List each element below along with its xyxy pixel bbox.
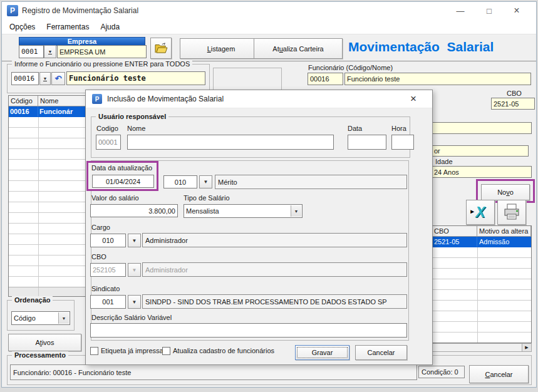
tipo-label: Tipo de Salário — [184, 194, 230, 202]
empresa-name-field[interactable]: EMPRESA UM — [57, 45, 147, 58]
descricao-label: Descrição Salário Variável — [91, 314, 172, 321]
background-yellow-field — [432, 122, 532, 134]
nome-label: Nome — [127, 125, 145, 132]
cbo-label: CBO — [91, 253, 106, 260]
atualiza-carteira-button[interactable]: Atualiza Carteira — [254, 38, 343, 59]
undo-icon: ↶ — [55, 74, 62, 83]
employee-empty-row — [9, 234, 86, 245]
excel-icon: ►X — [475, 204, 485, 221]
codigo-input[interactable]: 00001 — [96, 135, 121, 150]
close-button[interactable]: × — [503, 2, 530, 19]
sindicato-code-input[interactable]: 001 — [90, 295, 126, 309]
cargo-code-input[interactable]: 010 — [90, 234, 126, 247]
ordenacao-combo[interactable]: Código ▼ — [11, 311, 70, 325]
history-empty-row — [432, 269, 531, 279]
motivo-code-input[interactable]: 010 — [163, 175, 197, 188]
maximize-icon: □ — [487, 6, 492, 16]
etiqueta-checkbox-label: Etiqueta já impressa — [101, 347, 163, 354]
minimize-button[interactable]: — — [447, 2, 474, 19]
idade-field: 24 Anos — [432, 166, 532, 178]
history-empty-row — [432, 279, 531, 290]
data-input[interactable] — [348, 135, 386, 150]
dropdown-icon: ▼ — [132, 238, 137, 244]
menu-ajuda[interactable]: Ajuda — [95, 21, 125, 33]
history-empty-row — [432, 301, 531, 311]
gravar-button[interactable]: Gravar — [295, 345, 349, 360]
minimize-icon: — — [457, 6, 465, 16]
idade-label: Idade — [435, 158, 453, 165]
filter-code-input[interactable]: 00016 — [11, 72, 39, 85]
employee-empty-row — [9, 266, 86, 277]
dialog-cancelar-button[interactable]: Cancelar — [355, 345, 407, 360]
history-hscrollbar[interactable]: ▶ — [432, 343, 532, 352]
cargo-dropdown-button[interactable]: ▼ — [128, 234, 141, 247]
maximize-button[interactable]: □ — [475, 2, 503, 19]
window-title: Registro de Movimentação Salarial — [22, 6, 138, 15]
valor-input[interactable]: 3.800,00 — [90, 204, 178, 217]
menu-bar: Opções Ferramentas Ajuda — [2, 19, 536, 34]
empresa-dropdown-button[interactable]: ▼ — [44, 45, 56, 58]
history-col-cbo[interactable]: CBO — [432, 226, 477, 237]
employee-name-field: Funcionário teste — [344, 73, 531, 85]
listagem-button[interactable]: Listagem — [180, 38, 262, 59]
export-excel-button[interactable]: ►X — [466, 200, 495, 225]
print-button[interactable] — [497, 200, 526, 225]
menu-opcoes[interactable]: Opções — [4, 21, 40, 33]
scroll-right-icon: ▶ — [525, 345, 528, 350]
dialog-titlebar: P Inclusão de Movimentação Salarial × — [86, 90, 432, 108]
empresa-code-input[interactable]: 0001 — [19, 45, 44, 58]
cbo-code-input[interactable]: 252105 — [90, 263, 126, 277]
atualiza-cadastro-checkbox-label: Atualiza cadastro de funcionários — [173, 347, 274, 354]
filter-dropdown-button[interactable]: ▼ — [39, 72, 51, 85]
menu-ferramentas[interactable]: Ferramentas — [41, 21, 94, 33]
sindicato-dropdown-button[interactable]: ▼ — [128, 295, 141, 309]
employee-col-nome[interactable]: Nome — [38, 96, 86, 106]
dialog-close-button[interactable]: × — [401, 90, 426, 108]
ordenacao-groupbox: Ordenação Código ▼ — [7, 300, 75, 331]
hora-input[interactable] — [391, 135, 414, 150]
employee-row-selected[interactable]: 00016 Funcionár — [9, 106, 86, 117]
open-company-button[interactable] — [150, 38, 172, 59]
history-empty-row — [432, 258, 531, 269]
employee-empty-row — [9, 202, 86, 213]
history-empty-row — [432, 311, 531, 322]
filter-name-field[interactable]: Funcionário teste — [66, 71, 205, 85]
employee-col-codigo[interactable]: Código — [9, 96, 38, 106]
motivo-desc-field: Mérito — [215, 175, 407, 189]
page-title: Movimentação Salarial — [348, 39, 536, 54]
cargo-desc-field: Administrador — [142, 233, 407, 247]
printer-icon — [502, 203, 521, 222]
filter-undo-button[interactable]: ↶ — [51, 72, 65, 85]
scroll-right-button[interactable]: ▶ — [522, 344, 531, 351]
nome-input[interactable] — [127, 135, 334, 150]
motivo-dropdown-button[interactable]: ▼ — [199, 175, 212, 188]
sindicato-desc-field: SINDPD - SIND DOS TRAB.EM PROCESSAMENTO … — [142, 294, 407, 309]
ativos-button[interactable]: Ativos — [8, 334, 81, 351]
hora-label: Hora — [391, 125, 406, 132]
employee-code-field: 00016 — [308, 73, 343, 85]
history-empty-row — [432, 247, 531, 258]
app-logo-icon: P — [7, 5, 18, 16]
dropdown-icon: ▼ — [43, 76, 48, 81]
history-col-motivo[interactable]: Motivo da altera — [477, 226, 531, 237]
inclusao-dialog: P Inclusão de Movimentação Salarial × Us… — [85, 90, 433, 365]
cbo-right-field: 2521-05 — [491, 98, 535, 110]
dropdown-icon[interactable]: ▼ — [58, 312, 69, 324]
descricao-input[interactable] — [90, 323, 407, 338]
dropdown-icon: ▼ — [132, 299, 137, 305]
dropdown-icon[interactable]: ▼ — [291, 205, 301, 217]
open-folder-icon — [154, 43, 168, 54]
employee-empty-row — [9, 245, 86, 255]
tipo-combo[interactable]: Mensalista ▼ — [184, 204, 303, 218]
processamento-status: Funcionário: 00016 - Funcionário teste — [10, 364, 417, 380]
etiqueta-checkbox[interactable] — [90, 347, 98, 355]
usuario-groupbox: Usuário responsável Codigo Nome Data Hor… — [91, 116, 410, 158]
close-icon: × — [410, 93, 416, 105]
history-row-selected[interactable]: 2521-05 Admissão — [432, 237, 531, 247]
employee-empty-row — [9, 192, 86, 202]
novo-button[interactable]: Novo — [481, 184, 530, 200]
employee-empty-row — [9, 224, 86, 234]
atualiza-cadastro-checkbox[interactable] — [162, 347, 170, 355]
processamento-cancelar-button[interactable]: Cancelar — [469, 365, 529, 383]
data-atualizacao-input[interactable]: 01/04/2024 — [92, 175, 154, 188]
